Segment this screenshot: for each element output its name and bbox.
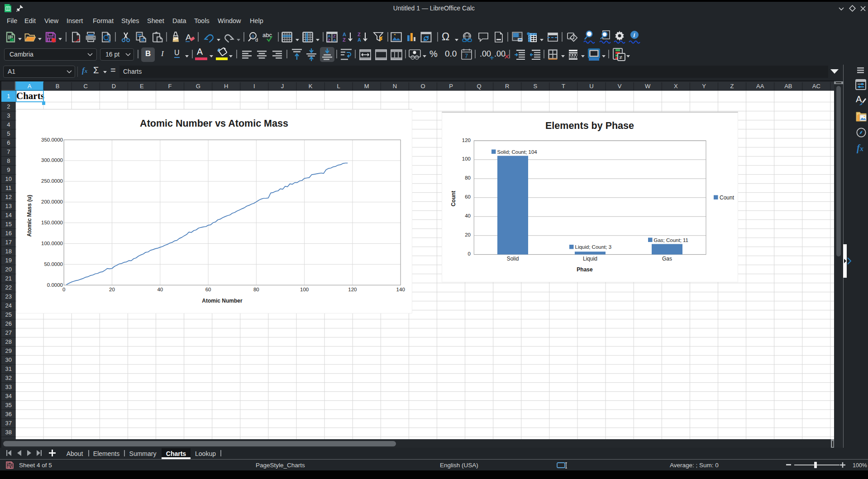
svg-text:200.0000: 200.0000	[41, 199, 63, 204]
svg-text:0: 0	[468, 251, 471, 256]
svg-text:Atomic Mass (u): Atomic Mass (u)	[26, 195, 33, 237]
svg-text:d: d	[255, 37, 258, 43]
svg-text:100: 100	[300, 287, 309, 292]
svg-text:Z: Z	[358, 32, 361, 37]
svg-text:0: 0	[62, 287, 65, 292]
svg-text:Count: Count	[450, 191, 457, 207]
svg-text:80: 80	[253, 287, 259, 292]
svg-text:60: 60	[205, 287, 211, 292]
svg-text:Gas: Gas	[662, 256, 672, 262]
svg-text:0.0000: 0.0000	[47, 282, 63, 288]
svg-text:Atomic Number vs Atomic Mass: Atomic Number vs Atomic Mass	[140, 118, 288, 129]
svg-text:a: a	[252, 33, 254, 38]
svg-text:40: 40	[465, 213, 471, 218]
svg-text:Liquid; Count; 3: Liquid; Count; 3	[575, 244, 612, 250]
svg-text:Solid: Solid	[507, 256, 519, 262]
svg-text:≠: ≠	[620, 54, 623, 61]
svg-text:100.0000: 100.0000	[41, 241, 63, 246]
svg-text:A: A	[856, 94, 862, 104]
svg-text:350.0000: 350.0000	[41, 137, 63, 142]
svg-text:Solid; Count; 104: Solid; Count; 104	[497, 149, 538, 155]
svg-text:40: 40	[157, 287, 163, 292]
svg-text:20: 20	[109, 287, 115, 292]
svg-text:140: 140	[396, 287, 405, 292]
svg-text:120: 120	[462, 138, 471, 143]
svg-text:Gas; Count; 11: Gas; Count; 11	[654, 237, 689, 243]
svg-text:A: A	[358, 37, 361, 43]
svg-text:120: 120	[348, 287, 357, 292]
svg-text:i: i	[634, 32, 635, 38]
svg-text:7: 7	[465, 52, 468, 59]
svg-text:Liquid: Liquid	[583, 256, 597, 262]
svg-text:Phase: Phase	[577, 266, 593, 273]
svg-text:A: A	[186, 33, 191, 42]
svg-text:Count: Count	[720, 194, 734, 201]
svg-text:A: A	[343, 32, 346, 37]
svg-text:100: 100	[462, 156, 471, 161]
svg-text:150.0000: 150.0000	[41, 220, 63, 225]
svg-text:Atomic Number: Atomic Number	[202, 298, 243, 304]
svg-text:300.0000: 300.0000	[41, 157, 63, 163]
svg-text:Z: Z	[343, 37, 346, 43]
svg-text:A: A	[333, 38, 336, 43]
svg-text:80: 80	[465, 175, 471, 180]
svg-text:Elements by Phase: Elements by Phase	[545, 120, 634, 131]
svg-text:60: 60	[465, 194, 471, 199]
svg-text:Z: Z	[328, 38, 330, 43]
svg-text:250.0000: 250.0000	[41, 178, 63, 184]
svg-text:20: 20	[465, 232, 471, 237]
svg-text:50.0000: 50.0000	[44, 261, 63, 267]
